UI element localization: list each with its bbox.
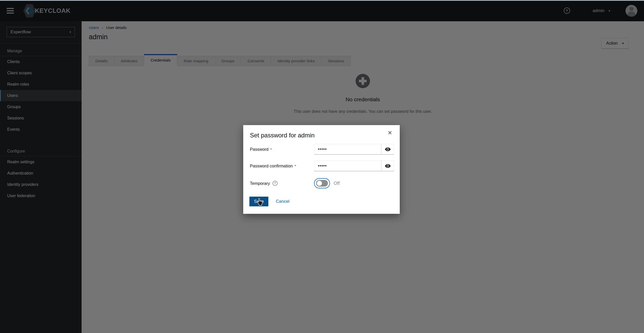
toggle-knob [317,181,322,186]
modal-title: Set password for admin [250,132,315,139]
password-row: Password * [250,144,394,155]
temporary-toggle[interactable] [314,178,330,188]
password-confirmation-label-text: Password confirmation [250,164,293,168]
password-label: Password * [250,147,314,152]
required-asterisk: * [295,164,296,168]
set-password-modal: Set password for admin ✕ Password * Pass… [243,125,400,214]
question-circle-icon[interactable]: ? [272,181,278,186]
toggle-track [316,180,328,187]
password-confirmation-label: Password confirmation * [250,164,314,168]
toggle-state-label: Off [334,181,340,186]
temporary-label-text: Temporary [250,181,270,186]
password-confirmation-input[interactable] [314,160,381,171]
close-icon[interactable]: ✕ [388,130,392,135]
password-confirmation-input-group [314,160,394,171]
window-chrome-strip [0,0,644,1]
temporary-row: Temporary ? Off [250,178,394,189]
show-password-confirmation-button[interactable] [381,160,394,171]
password-input-group [314,144,394,155]
eye-icon [385,164,391,168]
modal-footer: Save Cancel [249,197,289,206]
password-input[interactable] [314,144,381,155]
temporary-label: Temporary ? [250,181,314,186]
show-password-button[interactable] [381,144,394,155]
save-button[interactable]: Save [249,197,268,206]
required-asterisk: * [270,147,272,152]
eye-icon [385,147,391,151]
cancel-button[interactable]: Cancel [276,199,289,204]
password-confirmation-row: Password confirmation * [250,160,394,171]
password-label-text: Password [250,147,268,152]
